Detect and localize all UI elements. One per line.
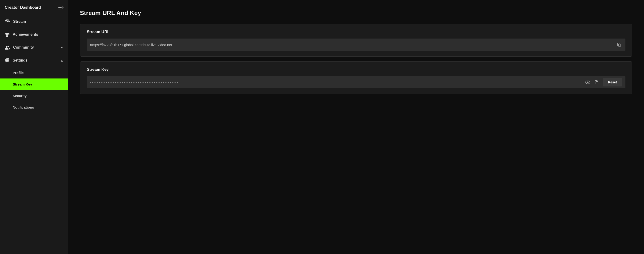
menu-toggle-icon[interactable]: [58, 6, 64, 9]
stream-url-icons: [616, 42, 622, 48]
stream-key-copy-button[interactable]: [594, 79, 600, 85]
settings-chevron-icon: ▲: [60, 58, 64, 62]
svg-rect-10: [596, 81, 598, 84]
community-icon: [5, 45, 10, 50]
svg-rect-5: [6, 36, 8, 37]
sidebar-item-community-label: Community: [13, 45, 34, 50]
page-title: Stream URL And Key: [80, 9, 632, 17]
stream-url-section-title: Stream URL: [87, 30, 626, 34]
sidebar-item-community[interactable]: Community ▼: [0, 41, 68, 54]
stream-url-value: rtmps://fa723fc1b171.global-contribute.l…: [90, 43, 614, 47]
sidebar-header: Creator Dashboard: [0, 0, 68, 15]
stream-key-input-row: ••••••••••••••••••••••••••••••••••••••••…: [87, 76, 626, 88]
svg-rect-2: [58, 9, 62, 9]
sidebar-item-achievements[interactable]: Achievements: [0, 28, 68, 41]
settings-submenu: Profile Stream Key Security Notification…: [0, 67, 68, 113]
sidebar-item-stream[interactable]: Stream: [0, 15, 68, 28]
svg-marker-3: [62, 6, 64, 9]
stream-url-card: Stream URL rtmps://fa723fc1b171.global-c…: [80, 24, 632, 57]
sidebar: Creator Dashboard Stream: [0, 0, 68, 254]
sidebar-item-settings-label: Settings: [13, 58, 28, 62]
stream-key-reset-button[interactable]: Reset: [603, 78, 622, 86]
svg-point-4: [6, 21, 8, 22]
community-chevron-icon: ▼: [60, 46, 64, 49]
svg-rect-8: [618, 44, 621, 46]
svg-point-9: [587, 81, 588, 83]
stream-key-value: ••••••••••••••••••••••••••••••••••••••••…: [90, 81, 582, 84]
submenu-item-notifications[interactable]: Notifications: [0, 101, 68, 113]
gear-icon: [5, 58, 10, 63]
submenu-item-profile[interactable]: Profile: [0, 67, 68, 78]
sidebar-item-achievements-label: Achievements: [13, 32, 38, 37]
stream-key-card: Stream Key •••••••••••••••••••••••••••••…: [80, 61, 632, 94]
submenu-profile-label: Profile: [13, 71, 24, 75]
svg-point-7: [8, 46, 9, 47]
submenu-stream-key-label: Stream Key: [13, 82, 32, 86]
stream-key-show-button[interactable]: [584, 80, 591, 85]
stream-url-input-row: rtmps://fa723fc1b171.global-contribute.l…: [87, 38, 626, 51]
sidebar-item-stream-label: Stream: [13, 19, 26, 24]
submenu-security-label: Security: [13, 94, 26, 98]
stream-url-copy-button[interactable]: [616, 42, 622, 48]
stream-icon: [5, 19, 10, 24]
submenu-item-stream-key[interactable]: Stream Key: [0, 78, 68, 90]
main-content: Stream URL And Key Stream URL rtmps://fa…: [68, 0, 644, 254]
svg-point-6: [6, 46, 8, 48]
submenu-item-security[interactable]: Security: [0, 90, 68, 101]
stream-key-section-title: Stream Key: [87, 67, 626, 72]
sidebar-title: Creator Dashboard: [5, 5, 41, 10]
stream-key-icons: [584, 79, 600, 85]
svg-rect-1: [58, 7, 62, 8]
svg-rect-0: [58, 6, 62, 6]
sidebar-item-settings[interactable]: Settings ▲: [0, 54, 68, 67]
submenu-notifications-label: Notifications: [13, 105, 34, 109]
trophy-icon: [5, 32, 10, 37]
